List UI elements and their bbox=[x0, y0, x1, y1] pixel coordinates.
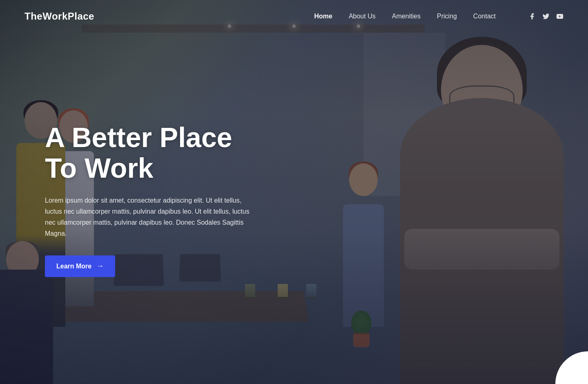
cta-arrow-icon: → bbox=[96, 262, 104, 271]
twitter-icon[interactable] bbox=[542, 13, 550, 20]
nav-link-pricing[interactable]: Pricing bbox=[437, 13, 457, 20]
nav-link-about[interactable]: About Us bbox=[349, 13, 376, 20]
hero-title: A Better Place To Work bbox=[45, 122, 253, 183]
nav-social bbox=[528, 13, 564, 20]
cta-label: Learn More bbox=[56, 263, 91, 270]
youtube-icon[interactable] bbox=[556, 13, 564, 20]
learn-more-button[interactable]: Learn More → bbox=[45, 256, 115, 277]
nav-link-amenities[interactable]: Amenities bbox=[392, 13, 421, 20]
nav-link-home[interactable]: Home bbox=[314, 13, 332, 20]
brand-logo[interactable]: TheWorkPlace bbox=[24, 11, 94, 22]
nav-links: Home About Us Amenities Pricing Contact bbox=[314, 13, 564, 20]
nav-link-contact[interactable]: Contact bbox=[473, 13, 496, 20]
hero-title-line2: To Work bbox=[45, 152, 154, 183]
hero-section: TheWorkPlace Home About Us Amenities Pri… bbox=[0, 0, 588, 384]
navbar: TheWorkPlace Home About Us Amenities Pri… bbox=[0, 0, 588, 33]
bottom-right-curve bbox=[555, 351, 588, 384]
hero-description: Lorem ipsum dolor sit amet, consectetur … bbox=[45, 195, 253, 239]
hero-content: A Better Place To Work Lorem ipsum dolor… bbox=[45, 122, 253, 277]
facebook-icon[interactable] bbox=[528, 13, 536, 20]
hero-title-line1: A Better Place bbox=[45, 122, 232, 153]
